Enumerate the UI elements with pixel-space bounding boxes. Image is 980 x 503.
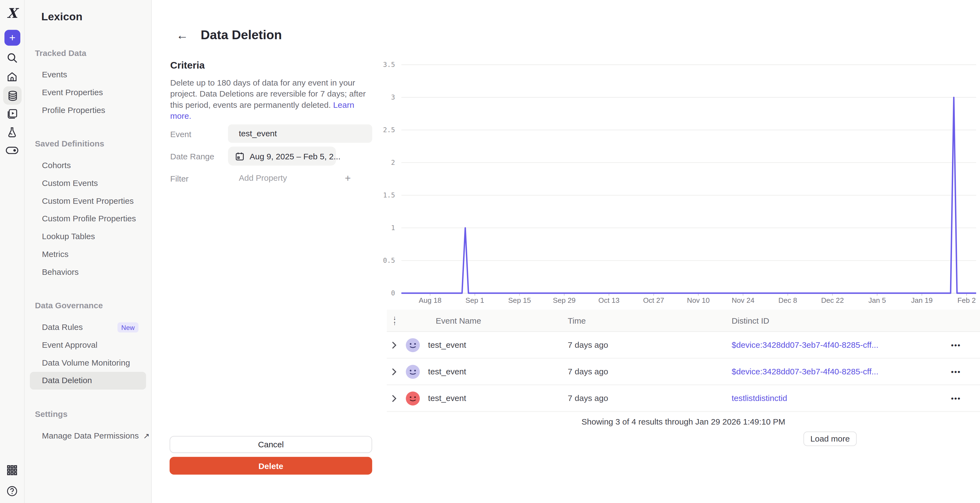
sidebar-item-custom-events[interactable]: Custom Events [30, 175, 146, 192]
cell-event-name: test_event [420, 367, 568, 376]
new-badge: New [118, 322, 138, 332]
feature-flag-toggle-icon[interactable] [6, 144, 18, 157]
app-root: X + ⚙ Lexicon Tracked DataEv [0, 0, 980, 503]
create-plus-icon[interactable]: + [5, 30, 20, 46]
svg-text:Sep 29: Sep 29 [553, 296, 576, 305]
distinct-id-link[interactable]: $device:3428dd07-3eb7-4f40-8285-cff... [732, 340, 878, 350]
cancel-button[interactable]: Cancel [170, 436, 372, 453]
trend-line-chart: 00.511.522.533.5Aug 18Sep 1Sep 15Sep 29O… [376, 60, 978, 308]
sidebar-section-label: Settings [25, 405, 151, 423]
row-menu-ellipsis-icon[interactable]: ••• [951, 394, 980, 403]
event-volume-chart: 00.511.522.533.5Aug 18Sep 1Sep 15Sep 29O… [376, 60, 978, 308]
sidebar-item-label: Custom Profile Properties [42, 210, 136, 228]
row-expand-chevron-icon[interactable] [387, 368, 406, 376]
sidebar-item-label: Lookup Tables [42, 228, 95, 246]
sidebar-section-label: Saved Definitions [25, 135, 151, 153]
apps-grid-icon[interactable] [6, 464, 18, 476]
svg-text:1.5: 1.5 [383, 191, 395, 199]
left-icon-rail: X + ⚙ [0, 0, 25, 503]
cell-time: 7 days ago [568, 367, 732, 376]
settings-gear-icon[interactable]: ⚙ [6, 501, 18, 503]
sidebar-item-behaviors[interactable]: Behaviors [30, 263, 146, 281]
lexicon-database-icon[interactable] [3, 86, 22, 105]
row-menu-ellipsis-icon[interactable]: ••• [951, 340, 980, 349]
sidebar-item-data-volume-monitoring[interactable]: Data Volume Monitoring [30, 354, 146, 372]
sidebar-item-events[interactable]: Events [30, 66, 146, 84]
add-property-plus-icon[interactable]: + [345, 171, 351, 186]
svg-text:Dec 22: Dec 22 [821, 296, 844, 305]
sidebar-item-label: Metrics [42, 246, 68, 263]
experiments-flask-icon[interactable] [6, 125, 18, 138]
boards-icon[interactable] [6, 107, 18, 120]
sidebar-item-profile-properties[interactable]: Profile Properties [30, 102, 146, 119]
delete-button[interactable]: Delete [170, 457, 372, 475]
svg-text:Jan 19: Jan 19 [911, 296, 932, 305]
user-avatar [406, 365, 420, 378]
sidebar-item-label: Event Approval [42, 336, 97, 354]
sidebar-item-data-rules[interactable]: Data RulesNew [30, 319, 146, 336]
svg-text:Nov 10: Nov 10 [687, 296, 710, 305]
svg-text:2: 2 [391, 159, 395, 167]
sort-updown-icon[interactable]: ↓↑ [387, 316, 406, 325]
svg-text:1: 1 [391, 224, 395, 232]
load-more-button[interactable]: Load more [803, 432, 857, 446]
svg-text:Sep 1: Sep 1 [466, 296, 484, 305]
sidebar-item-lookup-tables[interactable]: Lookup Tables [30, 228, 146, 246]
sidebar-section-label: Tracked Data [25, 44, 151, 62]
cell-event-name: test_event [420, 393, 568, 403]
svg-text:3: 3 [391, 93, 395, 101]
date-range-picker[interactable]: Aug 9, 2025 – Feb 5, 2... [228, 146, 336, 165]
column-header-distinct-id: Distinct ID [732, 316, 980, 325]
sidebar-item-label: Cohorts [42, 157, 71, 175]
sidebar-item-event-properties[interactable]: Event Properties [30, 84, 146, 102]
table-row[interactable]: test_event7 days agotestlistdistinctid••… [387, 385, 980, 412]
row-menu-ellipsis-icon[interactable]: ••• [951, 367, 980, 376]
sidebar-title: Lexicon [41, 11, 151, 23]
mixpanel-logo-icon[interactable]: X [6, 6, 18, 19]
search-icon[interactable] [6, 51, 18, 64]
filter-field-label: Filter [170, 174, 189, 184]
cell-time: 7 days ago [568, 340, 732, 350]
sidebar-item-manage-data-permissions[interactable]: Manage Data Permissions↗ [30, 427, 146, 445]
distinct-id-link[interactable]: $device:3428dd07-3eb7-4f40-8285-cff... [732, 367, 878, 376]
sidebar-item-label: Custom Events [42, 175, 98, 192]
results-table: ↓↑ Event Name Time Distinct ID test_even… [387, 309, 980, 412]
sidebar-item-label: Events [42, 66, 67, 84]
cell-distinct-id: $device:3428dd07-3eb7-4f40-8285-cff... [732, 367, 951, 376]
sidebar-item-label: Event Properties [42, 84, 103, 102]
sidebar-item-data-deletion[interactable]: Data Deletion [30, 372, 146, 390]
table-row[interactable]: test_event7 days ago$device:3428dd07-3eb… [387, 359, 980, 385]
svg-text:Feb 2: Feb 2 [958, 296, 976, 305]
back-arrow-icon[interactable]: ← [174, 27, 191, 44]
table-row[interactable]: test_event7 days ago$device:3428dd07-3eb… [387, 332, 980, 359]
sidebar-item-label: Manage Data Permissions [42, 427, 139, 445]
user-avatar [406, 391, 420, 405]
sidebar-item-event-approval[interactable]: Event Approval [30, 336, 146, 354]
sidebar-item-label: Profile Properties [42, 102, 105, 119]
sidebar-item-metrics[interactable]: Metrics [30, 246, 146, 263]
sidebar-item-custom-profile-properties[interactable]: Custom Profile Properties [30, 210, 146, 228]
sidebar-item-label: Custom Event Properties [42, 192, 134, 210]
help-icon[interactable] [6, 485, 18, 498]
svg-text:Aug 18: Aug 18 [418, 296, 441, 305]
event-select[interactable]: test_event [228, 124, 372, 143]
event-field-label: Event [170, 129, 191, 139]
sidebar-item-custom-event-properties[interactable]: Custom Event Properties [30, 192, 146, 210]
page-title: Data Deletion [200, 28, 282, 43]
svg-text:Sep 15: Sep 15 [508, 296, 531, 305]
column-header-time: Time [568, 316, 732, 325]
svg-text:0: 0 [391, 289, 395, 297]
row-expand-chevron-icon[interactable] [387, 394, 406, 402]
sidebar-item-cohorts[interactable]: Cohorts [30, 157, 146, 175]
user-avatar [406, 338, 420, 352]
cell-distinct-id: $device:3428dd07-3eb7-4f40-8285-cff... [732, 340, 951, 350]
svg-text:Jan 5: Jan 5 [868, 296, 886, 305]
date-range-field-label: Date Range [170, 152, 215, 161]
home-icon[interactable] [6, 70, 18, 83]
svg-text:Nov 24: Nov 24 [732, 296, 754, 305]
data-deletion-page: ← Data Deletion Criteria Delete up to 18… [152, 0, 980, 503]
sidebar-item-label: Data Rules [42, 319, 83, 336]
row-expand-chevron-icon[interactable] [387, 341, 406, 349]
add-property-button[interactable]: Add Property [239, 171, 287, 186]
distinct-id-link[interactable]: testlistdistinctid [732, 393, 787, 403]
